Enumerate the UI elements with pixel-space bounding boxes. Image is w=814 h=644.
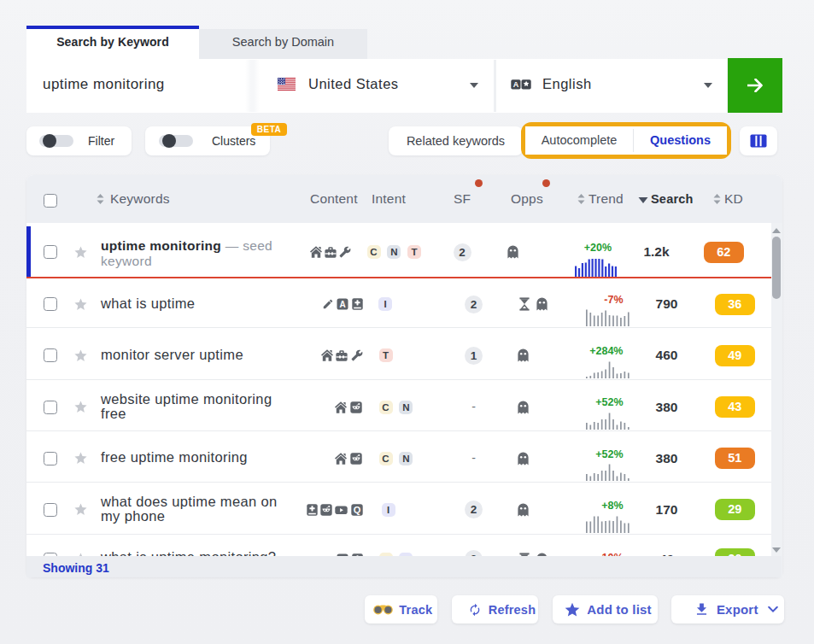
- svg-text:A: A: [513, 80, 519, 89]
- svg-text:Q: Q: [353, 505, 360, 515]
- svg-text:A: A: [340, 300, 346, 309]
